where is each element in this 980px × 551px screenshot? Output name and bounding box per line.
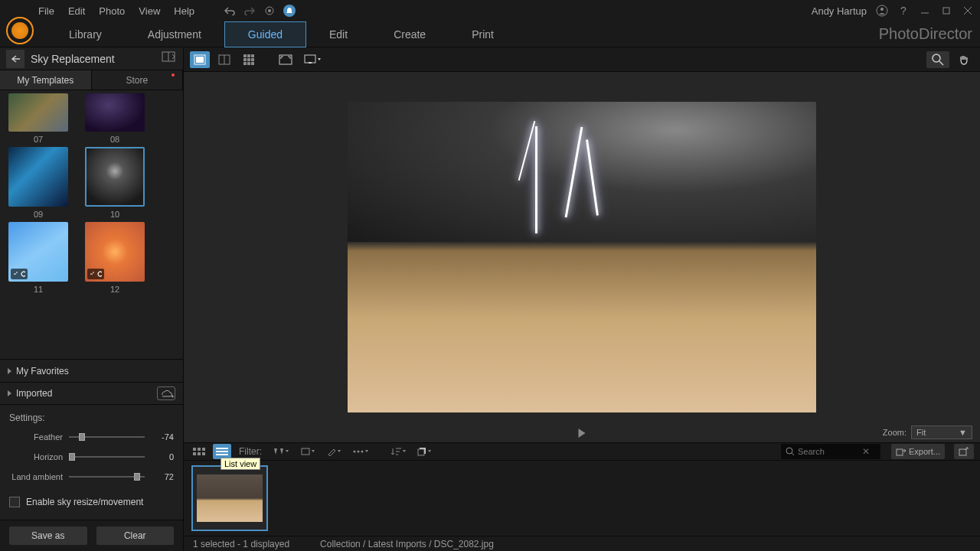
back-button[interactable] [6,50,24,68]
tab-library[interactable]: Library [46,22,125,47]
svg-rect-19 [243,58,247,61]
thumbnail-view-icon[interactable] [190,444,208,459]
panel-title: Sky Replacement [31,53,155,65]
tab-adjustment[interactable]: Adjustment [125,22,224,47]
menu-edit[interactable]: Edit [68,5,85,17]
svg-line-49 [792,453,794,455]
svg-point-3 [880,8,884,11]
svg-line-29 [939,61,943,65]
help-icon[interactable]: ? [897,5,910,17]
redo-icon[interactable] [243,5,256,17]
filmstrip-thumb[interactable] [191,465,268,531]
animated-badge-icon [87,269,104,279]
filter-label: Filter: [239,446,262,457]
svg-point-1 [268,9,271,12]
svg-rect-39 [302,448,309,455]
menu-photo[interactable]: Photo [99,5,125,17]
svg-point-42 [361,451,364,453]
template-09[interactable]: 09 [8,147,69,219]
land-ambient-slider[interactable] [69,476,145,478]
close-icon[interactable] [962,5,974,17]
menu-file[interactable]: File [38,5,54,17]
filter-rating-icon[interactable] [349,444,372,459]
land-ambient-value: 72 [151,472,174,481]
minimize-icon[interactable] [919,5,931,17]
subtab-my-templates[interactable]: My Templates [0,70,92,90]
svg-rect-23 [247,62,250,65]
svg-rect-31 [198,448,201,451]
tab-guided[interactable]: Guided [224,21,306,47]
svg-rect-5 [943,8,949,14]
svg-rect-51 [959,449,966,455]
filter-flag-icon[interactable] [270,444,292,459]
zoom-select[interactable]: Fit▼ [911,425,972,439]
tab-edit[interactable]: Edit [306,22,371,47]
tab-print[interactable]: Print [449,22,517,47]
template-07[interactable]: 07 [8,93,69,144]
template-10[interactable]: 10 [84,147,145,219]
undo-icon[interactable] [224,5,236,17]
template-08[interactable]: 08 [84,93,145,144]
svg-rect-34 [198,452,201,455]
svg-rect-35 [202,452,205,455]
preview-image[interactable] [348,102,816,412]
filter-edit-icon[interactable] [323,444,345,459]
share-button[interactable] [954,444,974,459]
svg-point-41 [358,451,360,453]
selection-status: 1 selected - 1 displayed [193,539,289,549]
import-sky-icon[interactable] [157,386,175,400]
clear-search-icon[interactable]: ✕ [862,446,870,457]
search-icon [786,447,795,456]
user-name[interactable]: Andy Hartup [812,5,867,17]
land-ambient-label: Land ambient [9,472,63,481]
sidebar: Sky Replacement My Templates Store 07 08… [0,47,184,551]
settings-gear-icon[interactable] [263,5,276,17]
notification-icon[interactable] [283,5,296,17]
svg-rect-18 [251,54,254,57]
grid-view-icon[interactable] [239,51,259,68]
zoom-tool-icon[interactable] [926,51,949,68]
pan-hand-icon[interactable] [954,51,974,68]
app-logo [6,17,34,44]
filter-label-icon[interactable] [297,444,318,459]
zoom-label: Zoom: [883,428,906,437]
menu-view[interactable]: View [139,5,160,17]
save-as-button[interactable]: Save as [9,527,87,545]
user-avatar-icon[interactable] [876,5,888,17]
svg-rect-17 [247,54,250,57]
search-box[interactable]: ✕ [781,444,880,459]
export-button[interactable]: Export... [891,444,945,459]
maximize-icon[interactable] [940,5,952,17]
svg-rect-22 [243,62,247,65]
play-button[interactable] [579,429,586,438]
subtab-store[interactable]: Store [92,70,184,90]
tab-create[interactable]: Create [371,22,449,47]
template-11[interactable]: 11 [8,222,69,294]
imported-section[interactable]: Imported [0,382,183,405]
my-favorites-section[interactable]: My Favorites [0,359,183,382]
horizon-slider[interactable] [69,456,145,458]
menu-help[interactable]: Help [174,5,194,17]
secondary-display-icon[interactable] [300,51,325,68]
menubar: File Edit Photo View Help Andy Hartup ? [0,0,980,21]
enable-resize-checkbox[interactable] [9,497,20,507]
compare-icon[interactable] [162,51,177,67]
feather-label: Feather [9,432,63,442]
settings-heading: Settings: [9,412,174,423]
search-input[interactable] [798,447,859,456]
sort-icon[interactable] [387,444,409,459]
feather-slider[interactable] [69,436,145,438]
chevron-down-icon: ▼ [959,428,967,437]
single-view-icon[interactable] [190,51,210,68]
stack-icon[interactable] [413,444,435,459]
template-12[interactable]: 12 [84,222,145,294]
list-view-icon[interactable] [213,444,231,459]
side-by-side-icon[interactable] [214,51,234,68]
enable-resize-label: Enable sky resize/movement [26,497,143,507]
clear-button[interactable]: Clear [96,527,175,545]
chevron-right-icon [8,368,11,374]
svg-rect-16 [243,54,247,57]
template-grid: 07 08 09 10 11 12 [0,90,183,359]
svg-rect-33 [193,452,196,455]
fullscreen-icon[interactable] [276,51,296,68]
